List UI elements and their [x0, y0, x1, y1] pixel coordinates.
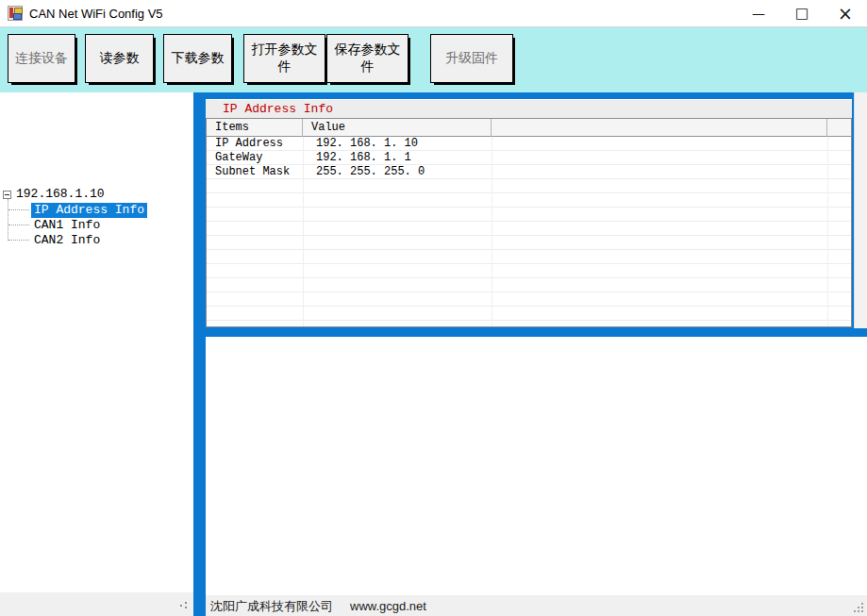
cell-value: 192. 168. 1. 1: [303, 151, 492, 165]
tree-root-node[interactable]: 192.168.1.10: [16, 187, 105, 202]
column-header-value[interactable]: Value: [303, 119, 492, 137]
log-panel: [206, 337, 867, 595]
tree-item-can2-info[interactable]: CAN2 Info: [31, 233, 103, 248]
download-params-button[interactable]: 下载参数: [163, 34, 232, 83]
window-controls: — □ ×: [737, 0, 867, 26]
listview-body: IP Address 192. 168. 1. 10 GateWay 192. …: [207, 137, 851, 327]
column-header-items[interactable]: Items: [207, 119, 303, 137]
titlebar: CAN Net WiFi Config V5 — □ ×: [0, 0, 867, 26]
cell-item: GateWay: [207, 151, 303, 165]
window-title: CAN Net WiFi Config V5: [29, 7, 163, 21]
table-row[interactable]: GateWay 192. 168. 1. 1: [207, 151, 851, 165]
device-tree: 192.168.1.10 IP Address Info CAN1 Info C…: [0, 92, 193, 592]
website-url: www.gcgd.net: [350, 599, 426, 613]
statusbar-right: 沈阳广成科技有限公司www.gcgd.net: [206, 595, 867, 616]
resize-grip-icon[interactable]: [180, 605, 188, 612]
listview-header: Items Value: [207, 119, 851, 137]
read-params-button[interactable]: 读参数: [85, 34, 154, 83]
table-row[interactable]: Subnet Mask 255. 255. 255. 0: [207, 165, 851, 179]
panel-title: IP Address Info: [206, 99, 852, 118]
params-listview: Items Value IP Address 192. 168. 1. 10 G…: [206, 118, 852, 327]
toolbar: 连接设备 读参数 下载参数 打开参数文件 保存参数文件 升级固件 GCAN-21…: [0, 26, 867, 92]
tree-connector-line: [8, 199, 8, 241]
panel-edge: [854, 92, 867, 328]
minimize-button[interactable]: —: [737, 0, 780, 26]
app-icon: [8, 6, 23, 21]
save-params-file-button[interactable]: 保存参数文件: [326, 34, 408, 83]
connect-device-button[interactable]: 连接设备: [8, 34, 75, 83]
cell-item: Subnet Mask: [207, 165, 303, 179]
cell-value: 192. 168. 1. 10: [303, 137, 492, 151]
horizontal-splitter[interactable]: [193, 328, 867, 337]
statusbar-left: [0, 592, 193, 616]
upgrade-firmware-button[interactable]: 升级固件: [430, 34, 513, 83]
tree-item-ip-address-info[interactable]: IP Address Info: [31, 203, 147, 218]
cell-value: 255. 255. 255. 0: [303, 165, 492, 179]
company-name: 沈阳广成科技有限公司: [210, 599, 333, 613]
tree-item-can1-info[interactable]: CAN1 Info: [31, 218, 103, 233]
tree-connector-line: [8, 240, 29, 241]
column-header-empty[interactable]: [492, 119, 827, 137]
maximize-button[interactable]: □: [780, 0, 824, 26]
tree-collapse-icon[interactable]: [3, 191, 11, 199]
open-params-file-button[interactable]: 打开参数文件: [243, 34, 325, 83]
tree-connector-line: [8, 225, 29, 225]
resize-grip-icon[interactable]: [854, 603, 864, 613]
tree-connector-line: [8, 209, 29, 210]
close-button[interactable]: ×: [824, 0, 867, 26]
status-text: 沈阳广成科技有限公司www.gcgd.net: [210, 598, 426, 615]
table-row[interactable]: IP Address 192. 168. 1. 10: [207, 137, 851, 151]
app-icon-part: [13, 13, 22, 20]
app-window: CAN Net WiFi Config V5 — □ × 连接设备 读参数 下载…: [0, 0, 867, 616]
column-header-filler: [827, 119, 851, 137]
cell-item: IP Address: [207, 137, 303, 151]
